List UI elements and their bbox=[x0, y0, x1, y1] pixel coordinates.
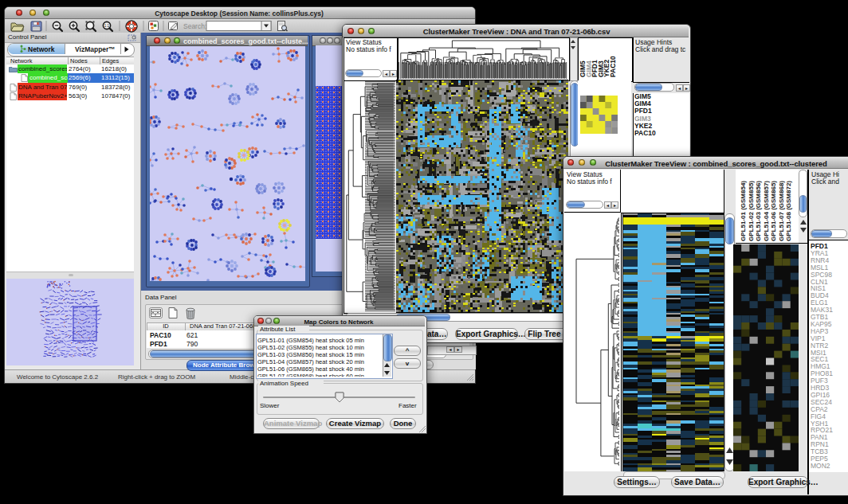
svg-text:Search:: Search: bbox=[183, 22, 206, 30]
svg-text:1:1: 1:1 bbox=[104, 24, 110, 28]
